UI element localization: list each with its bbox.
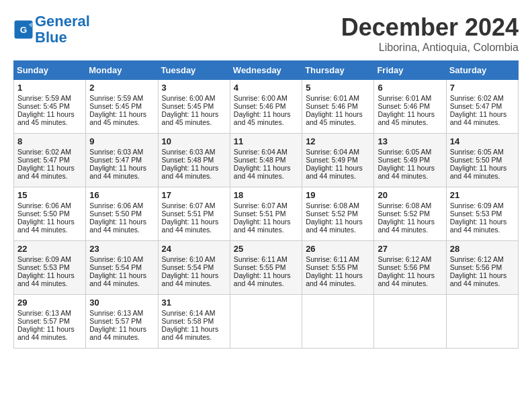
day-detail: Daylight: 11 hours — [306, 110, 370, 118]
day-detail: Sunset: 5:57 PM — [17, 317, 82, 325]
day-detail: Sunset: 5:52 PM — [306, 210, 370, 218]
day-detail: Daylight: 11 hours — [162, 164, 226, 172]
day-detail: Sunrise: 6:00 AM — [234, 94, 298, 102]
day-detail: Daylight: 11 hours — [162, 325, 226, 333]
day-detail: Sunrise: 6:11 AM — [306, 255, 370, 263]
day-detail: and 45 minutes. — [306, 118, 370, 126]
logo-icon: G — [13, 19, 34, 40]
empty-cell — [374, 295, 446, 349]
day-detail: Daylight: 11 hours — [306, 164, 370, 172]
day-detail: Sunrise: 6:00 AM — [162, 94, 226, 102]
day-detail: Daylight: 11 hours — [378, 164, 442, 172]
day-detail: Sunset: 5:50 PM — [450, 156, 515, 164]
calendar-day: 28Sunrise: 6:12 AMSunset: 5:56 PMDayligh… — [446, 241, 518, 295]
calendar-week: 22Sunrise: 6:09 AMSunset: 5:53 PMDayligh… — [14, 241, 519, 295]
calendar-day: 20Sunrise: 6:08 AMSunset: 5:52 PMDayligh… — [374, 187, 446, 241]
day-detail: Sunrise: 6:12 AM — [450, 255, 515, 263]
calendar-week: 1Sunrise: 5:59 AMSunset: 5:45 PMDaylight… — [14, 80, 519, 134]
calendar-day: 14Sunrise: 6:05 AMSunset: 5:50 PMDayligh… — [446, 134, 518, 187]
day-detail: Sunrise: 6:02 AM — [450, 94, 515, 102]
day-detail: Daylight: 11 hours — [89, 218, 154, 226]
day-detail: and 44 minutes. — [450, 226, 515, 234]
day-number: 16 — [89, 190, 154, 200]
day-number: 7 — [450, 83, 515, 93]
day-detail: and 44 minutes. — [378, 172, 442, 180]
day-number: 12 — [306, 136, 370, 146]
day-number: 6 — [378, 83, 442, 93]
day-detail: Daylight: 11 hours — [234, 110, 298, 118]
calendar-day: 29Sunrise: 6:13 AMSunset: 5:57 PMDayligh… — [14, 295, 86, 349]
day-detail: Daylight: 11 hours — [378, 271, 442, 279]
weekday-header: Monday — [86, 61, 158, 80]
day-number: 13 — [378, 136, 442, 146]
day-detail: Daylight: 11 hours — [450, 218, 515, 226]
calendar-day: 11Sunrise: 6:04 AMSunset: 5:48 PMDayligh… — [230, 134, 302, 187]
day-detail: and 44 minutes. — [306, 279, 370, 287]
day-detail: Sunrise: 6:04 AM — [234, 148, 298, 156]
day-detail: and 44 minutes. — [17, 333, 82, 341]
day-detail: Sunrise: 6:07 AM — [162, 201, 226, 210]
weekday-header: Tuesday — [158, 61, 230, 80]
day-detail: and 44 minutes. — [306, 172, 370, 180]
day-number: 27 — [378, 244, 442, 254]
day-detail: Sunset: 5:50 PM — [89, 210, 154, 218]
day-detail: Sunrise: 6:01 AM — [378, 94, 442, 102]
calendar-day: 12Sunrise: 6:04 AMSunset: 5:49 PMDayligh… — [302, 134, 374, 187]
calendar-day: 9Sunrise: 6:03 AMSunset: 5:47 PMDaylight… — [86, 134, 158, 187]
day-detail: Sunset: 5:56 PM — [450, 263, 515, 271]
day-detail: Sunset: 5:58 PM — [162, 317, 226, 325]
calendar-day: 31Sunrise: 6:14 AMSunset: 5:58 PMDayligh… — [158, 295, 230, 349]
day-detail: Daylight: 11 hours — [450, 271, 515, 279]
calendar-day: 17Sunrise: 6:07 AMSunset: 5:51 PMDayligh… — [158, 187, 230, 241]
day-number: 11 — [234, 136, 298, 146]
day-number: 5 — [306, 83, 370, 93]
day-detail: Sunset: 5:45 PM — [89, 102, 154, 110]
svg-text:G: G — [20, 25, 28, 35]
calendar-day: 15Sunrise: 6:06 AMSunset: 5:50 PMDayligh… — [14, 187, 86, 241]
day-detail: and 44 minutes. — [89, 226, 154, 234]
day-detail: and 44 minutes. — [450, 118, 515, 126]
day-detail: Sunset: 5:55 PM — [234, 263, 298, 271]
page-header: G General Blue December 2024 Liborina, A… — [13, 13, 519, 54]
day-detail: Daylight: 11 hours — [89, 164, 154, 172]
day-detail: Sunset: 5:47 PM — [89, 156, 154, 164]
day-detail: and 45 minutes. — [234, 118, 298, 126]
calendar-day: 2Sunrise: 5:59 AMSunset: 5:45 PMDaylight… — [86, 80, 158, 134]
day-detail: and 44 minutes. — [162, 172, 226, 180]
day-detail: Daylight: 11 hours — [17, 164, 82, 172]
calendar-day: 10Sunrise: 6:03 AMSunset: 5:48 PMDayligh… — [158, 134, 230, 187]
day-detail: Daylight: 11 hours — [450, 110, 515, 118]
day-detail: Daylight: 11 hours — [17, 110, 82, 118]
day-detail: and 44 minutes. — [89, 333, 154, 341]
title-block: December 2024 Liborina, Antioquia, Colom… — [341, 13, 519, 54]
day-detail: Sunrise: 6:03 AM — [162, 148, 226, 156]
day-number: 18 — [234, 190, 298, 200]
day-detail: and 44 minutes. — [162, 333, 226, 341]
calendar-table: SundayMondayTuesdayWednesdayThursdayFrid… — [13, 60, 519, 349]
day-detail: Sunrise: 6:10 AM — [89, 255, 154, 263]
day-detail: and 44 minutes. — [17, 172, 82, 180]
day-detail: Sunset: 5:49 PM — [306, 156, 370, 164]
day-detail: Sunrise: 6:05 AM — [450, 148, 515, 156]
day-detail: Sunset: 5:54 PM — [162, 263, 226, 271]
day-detail: Sunset: 5:57 PM — [89, 317, 154, 325]
day-number: 29 — [17, 298, 82, 308]
day-detail: Sunrise: 6:01 AM — [306, 94, 370, 102]
weekday-header: Friday — [374, 61, 446, 80]
calendar-day: 26Sunrise: 6:11 AMSunset: 5:55 PMDayligh… — [302, 241, 374, 295]
day-number: 25 — [234, 244, 298, 254]
weekday-header: Saturday — [446, 61, 518, 80]
day-detail: and 44 minutes. — [378, 279, 442, 287]
day-detail: Sunset: 5:50 PM — [17, 210, 82, 218]
header-row: SundayMondayTuesdayWednesdayThursdayFrid… — [14, 61, 519, 80]
day-detail: Daylight: 11 hours — [162, 218, 226, 226]
day-detail: Sunrise: 6:09 AM — [17, 255, 82, 263]
day-detail: Sunrise: 6:11 AM — [234, 255, 298, 263]
day-number: 15 — [17, 190, 82, 200]
day-number: 10 — [162, 136, 226, 146]
day-detail: Daylight: 11 hours — [17, 271, 82, 279]
calendar-week: 15Sunrise: 6:06 AMSunset: 5:50 PMDayligh… — [14, 187, 519, 241]
day-detail: Daylight: 11 hours — [17, 325, 82, 333]
day-detail: Daylight: 11 hours — [89, 110, 154, 118]
calendar-day: 5Sunrise: 6:01 AMSunset: 5:46 PMDaylight… — [302, 80, 374, 134]
